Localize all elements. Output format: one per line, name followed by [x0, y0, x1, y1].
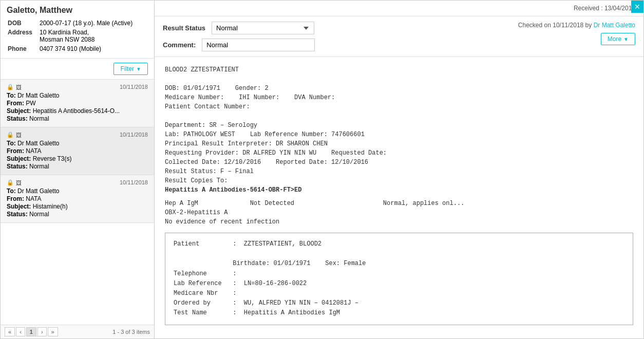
report-text: BLOOD2 ZZTESTPATIENT DOB: 01/01/1971 Gen… [165, 65, 633, 185]
result-status-select-wrapper: Normal Abnormal Critical [212, 22, 314, 34]
dob-value: 2000-07-17 (18 y.o). Male (Active) [40, 19, 147, 27]
message-subject: Subject: Reverse T3(s) [7, 155, 140, 162]
address-label: Address [8, 28, 39, 44]
image-icon: 🖼 [16, 132, 22, 138]
pagination-bar: « ‹ 1 › » 1 - 3 of 3 items [1, 325, 154, 338]
image-icon: 🖼 [16, 180, 22, 186]
report-table-box: Patient : ZZTESTPATIENT, BLOOD2 Birthdat… [165, 233, 633, 325]
comment-input[interactable] [202, 39, 315, 51]
message-status: Status: Normal [7, 163, 148, 170]
filter-button[interactable]: Filter ▼ [113, 63, 148, 75]
lock-icon: 🔒 [7, 131, 14, 138]
left-panel: Galetto, Matthew DOB 2000-07-17 (18 y.o)… [1, 1, 155, 338]
right-info-section: Checked on 10/11/2018 by Dr Matt Galetto… [518, 22, 635, 45]
comment-row: Comment: [163, 39, 315, 51]
message-from: From: NATA [7, 195, 148, 202]
message-date: 10/11/2018 [120, 179, 148, 186]
right-top-bar: Received : 13/04/2017 [155, 1, 643, 16]
message-icons: 🔒 🖼 [7, 179, 22, 186]
close-button[interactable]: ✕ [631, 1, 643, 13]
patient-header: Galetto, Matthew DOB 2000-07-17 (18 y.o)… [1, 1, 154, 59]
checked-info: Checked on 10/11/2018 by Dr Matt Galetto [518, 22, 635, 29]
message-date: 10/11/2018 [120, 131, 148, 138]
report-content[interactable]: BLOOD2 ZZTESTPATIENT DOB: 01/01/1971 Gen… [155, 57, 643, 338]
chevron-down-icon: ▼ [136, 66, 141, 72]
more-button-row: More ▼ [601, 33, 635, 45]
filter-row: Filter ▼ [1, 59, 154, 80]
received-text: Received : 13/04/2017 [574, 5, 635, 12]
message-from: From: NATA [7, 147, 148, 155]
checked-by-link[interactable]: Dr Matt Galetto [594, 22, 635, 29]
first-page-button[interactable]: « [5, 327, 15, 336]
message-to: To: Dr Matt Galetto [7, 187, 148, 195]
lock-icon: 🔒 [7, 179, 14, 186]
message-header: 🔒 🖼 10/11/2018 [7, 179, 148, 186]
current-page-button[interactable]: 1 [26, 327, 36, 336]
pagination-controls: « ‹ 1 › » [5, 327, 58, 336]
main-window: ✕ Galetto, Matthew DOB 2000-07-17 (18 y.… [0, 0, 644, 339]
message-date: 10/11/2018 [120, 84, 148, 90]
patient-name: Galetto, Matthew [7, 6, 148, 15]
content-area: Galetto, Matthew DOB 2000-07-17 (18 y.o)… [1, 1, 643, 338]
message-to: To: Dr Matt Galetto [7, 92, 148, 99]
message-status: Status: Normal [7, 211, 148, 218]
result-status-label: Result Status [163, 24, 205, 32]
message-status: Status: Normal [7, 115, 148, 122]
prev-page-button[interactable]: ‹ [16, 327, 25, 336]
message-item[interactable]: 🔒 🖼 10/11/2018 To: Dr Matt Galetto From:… [1, 80, 154, 127]
patient-info-table: DOB 2000-07-17 (18 y.o). Male (Active) A… [7, 18, 148, 54]
report-bold-heading: Hepatitis A Antibodies-5614-OBR-FT>ED [165, 185, 633, 195]
result-status-select[interactable]: Normal Abnormal Critical [212, 22, 314, 34]
result-status-row: Result Status Normal Abnormal Critical [163, 22, 315, 34]
lock-icon: 🔒 [7, 84, 14, 90]
dob-label: DOB [8, 19, 39, 27]
message-to: To: Dr Matt Galetto [7, 140, 148, 147]
message-from: From: PW [7, 100, 148, 107]
message-header: 🔒 🖼 10/11/2018 [7, 131, 148, 138]
message-item[interactable]: 🔒 🖼 10/11/2018 To: Dr Matt Galetto From:… [1, 175, 154, 223]
next-page-button[interactable]: › [37, 327, 47, 336]
message-header: 🔒 🖼 10/11/2018 [7, 84, 148, 90]
message-item[interactable]: 🔒 🖼 10/11/2018 To: Dr Matt Galetto From:… [1, 127, 154, 175]
message-icons: 🔒 🖼 [7, 131, 22, 138]
message-subject: Subject: Histamine(h) [7, 203, 140, 210]
chevron-down-icon: ▼ [623, 36, 629, 42]
address-value: 10 Kardinia Road, Mosman NSW 2088 [40, 28, 147, 44]
last-page-button[interactable]: » [48, 327, 58, 336]
phone-value: 0407 374 910 (Mobile) [40, 45, 147, 53]
image-icon: 🖼 [16, 84, 22, 90]
more-button[interactable]: More ▼ [601, 33, 635, 45]
report-hep-section: Hep A IgM Not Detected Normal, applies o… [165, 199, 633, 227]
messages-list: 🔒 🖼 10/11/2018 To: Dr Matt Galetto From:… [1, 80, 154, 325]
result-comment-bar: Result Status Normal Abnormal Critical C… [155, 16, 643, 57]
message-icons: 🔒 🖼 [7, 84, 22, 90]
comment-label: Comment: [163, 41, 196, 49]
report-table-content: Patient : ZZTESTPATIENT, BLOOD2 Birthdat… [174, 239, 624, 318]
message-subject: Subject: Hepatitis A Antibodies-5614-O..… [7, 107, 140, 115]
phone-label: Phone [8, 45, 39, 53]
right-panel: Received : 13/04/2017 Result Status Norm… [155, 1, 643, 338]
result-status-section: Result Status Normal Abnormal Critical C… [163, 22, 315, 51]
pagination-info: 1 - 3 of 3 items [112, 329, 150, 335]
